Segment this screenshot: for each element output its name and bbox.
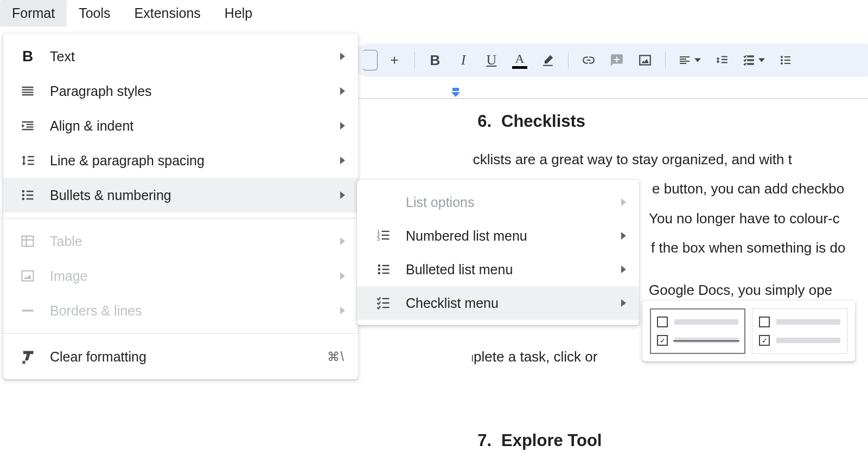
bulleted-list-toolbar-button[interactable] [774, 49, 797, 72]
chevron-right-icon [340, 53, 345, 60]
format-line-spacing-item[interactable]: Line & paragraph spacing [3, 143, 358, 178]
checklist-toolbar-button[interactable] [738, 49, 769, 72]
bold-button[interactable]: B [424, 49, 446, 72]
svg-point-11 [378, 265, 381, 267]
menu-help[interactable]: Help [213, 0, 264, 27]
svg-point-1 [781, 59, 783, 61]
ruler[interactable] [347, 87, 868, 99]
format-paragraph-styles-item[interactable]: Paragraph styles [3, 74, 358, 108]
svg-text:3: 3 [377, 237, 380, 242]
chevron-right-icon [340, 237, 345, 245]
bullets-numbering-submenu: List options 123 Numbered list menu Bull… [357, 180, 639, 325]
svg-point-4 [22, 190, 25, 193]
format-align-indent-item[interactable]: Align & indent [3, 108, 358, 143]
body-text: Google Docs, you simply ope [649, 279, 868, 301]
checkbox-unchecked-icon [657, 317, 668, 327]
list-options-header[interactable]: List options [357, 185, 639, 219]
heading-number: 7. [472, 428, 492, 454]
bold-icon: B [20, 48, 36, 64]
heading-7: 7. Explore Tool [472, 428, 868, 454]
keyboard-shortcut: ⌘\ [327, 350, 345, 364]
svg-point-2 [781, 62, 783, 64]
insert-image-button[interactable] [634, 49, 656, 72]
menu-tools[interactable]: Tools [67, 0, 122, 27]
svg-point-5 [22, 194, 25, 197]
checklist-icon [375, 295, 392, 311]
menu-extensions[interactable]: Extensions [123, 0, 213, 27]
format-table-item: Table [3, 224, 358, 259]
body-text: e button, you can add checkbo [652, 178, 868, 199]
bullets-numbering-icon [20, 187, 36, 203]
add-button[interactable] [383, 49, 406, 72]
format-bullets-numbering-item[interactable]: Bullets & numbering [3, 178, 358, 212]
heading-title: Explore Tool [501, 428, 602, 454]
toolbar-separator [665, 52, 666, 68]
chevron-right-icon [340, 272, 345, 280]
menubar: Format Tools Extensions Help [0, 0, 868, 33]
chevron-right-icon [340, 157, 345, 164]
chevron-right-icon [621, 266, 626, 273]
chevron-right-icon [340, 87, 345, 95]
borders-lines-icon [20, 302, 36, 319]
format-borders-lines-item: Borders & lines [3, 293, 358, 328]
add-comment-button[interactable] [605, 49, 628, 72]
align-button[interactable] [674, 49, 705, 72]
heading-number: 6. [472, 108, 492, 134]
format-text-item[interactable]: B Text [3, 39, 358, 74]
svg-rect-3 [452, 88, 459, 91]
chevron-right-icon [340, 191, 345, 199]
align-indent-icon [20, 118, 36, 134]
checkbox-checked-icon: ✓ [759, 335, 770, 346]
line-spacing-icon [20, 152, 36, 169]
italic-button[interactable]: I [452, 49, 475, 72]
menu-divider [3, 218, 358, 218]
bulleted-list-icon [375, 261, 392, 278]
highlight-button[interactable] [537, 49, 559, 72]
checklist-style-popout: ✓ ✓ [642, 301, 855, 362]
checkbox-checked-icon: ✓ [657, 335, 668, 346]
indent-marker-icon[interactable] [450, 88, 461, 99]
svg-point-13 [378, 272, 381, 275]
bulleted-list-menu-item[interactable]: Bulleted list menu [357, 253, 639, 286]
numbered-list-menu-item[interactable]: 123 Numbered list menu [357, 219, 639, 253]
chevron-right-icon [340, 122, 345, 130]
toolbar-separator [414, 52, 415, 68]
svg-point-12 [378, 268, 381, 271]
toolbar-boxed-button[interactable] [362, 50, 378, 70]
menu-divider [3, 333, 358, 334]
svg-rect-7 [22, 271, 34, 281]
table-icon [20, 233, 36, 249]
heading-title: Checklists [501, 108, 585, 134]
svg-point-0 [781, 56, 783, 58]
body-text: You no longer have to colour-c [649, 208, 868, 229]
image-icon [20, 268, 36, 284]
body-text: f the box when something is do [651, 237, 868, 259]
checklist-menu-item[interactable]: Checklist menu [357, 286, 639, 320]
toolbar: B I U A [353, 43, 868, 77]
menu-format[interactable]: Format [0, 0, 67, 27]
checklist-style-strikethrough[interactable]: ✓ [650, 308, 745, 354]
text-color-button[interactable]: A [508, 49, 531, 72]
insert-link-button[interactable] [577, 49, 600, 72]
format-clear-formatting-item[interactable]: Clear formatting ⌘\ [3, 339, 358, 374]
chevron-right-icon [340, 307, 345, 314]
underline-button[interactable]: U [480, 49, 503, 72]
checkbox-unchecked-icon [759, 317, 770, 327]
chevron-right-icon [621, 299, 626, 307]
checklist-style-plain[interactable]: ✓ [752, 308, 847, 354]
numbered-list-icon: 123 [375, 228, 392, 244]
format-image-item: Image [3, 259, 358, 293]
svg-point-6 [22, 198, 25, 201]
toolbar-separator [568, 52, 569, 68]
paragraph-styles-icon [20, 83, 36, 99]
body-text: Checklists are a great way to stay organ… [472, 149, 868, 170]
chevron-right-icon [621, 232, 626, 240]
chevron-right-icon [621, 198, 626, 206]
line-spacing-button[interactable] [710, 49, 733, 72]
clear-formatting-icon [20, 349, 36, 365]
format-menu: B Text Paragraph styles Align & indent L… [3, 34, 358, 379]
heading-6: 6. Checklists [472, 108, 868, 134]
